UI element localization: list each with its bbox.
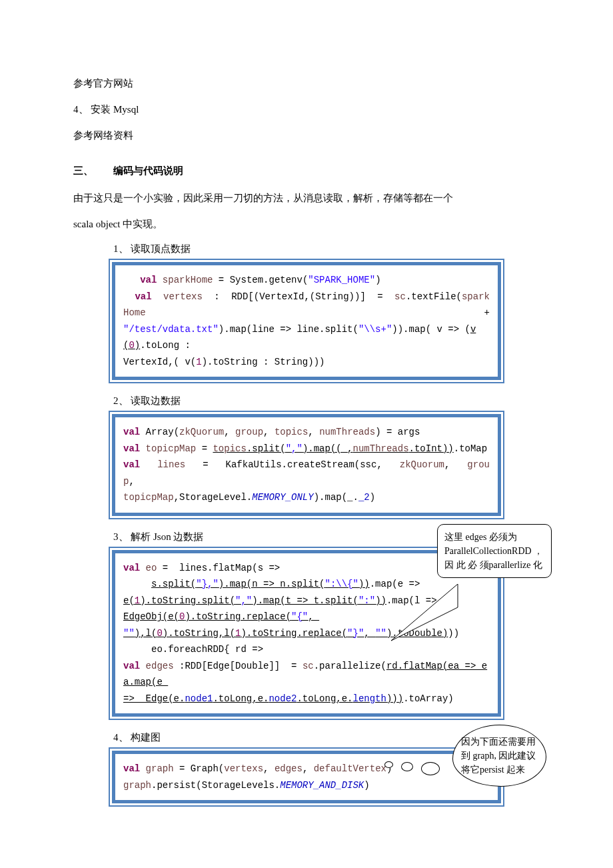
section-number: 三、: [73, 165, 113, 177]
code-block: val sparkHome = System.getenv("SPARK_HOM…: [112, 262, 501, 380]
svg-marker-0: [391, 584, 458, 641]
text-line: 参考官方网站: [73, 75, 540, 93]
numbered-item: 1、 读取顶点数据: [113, 243, 540, 255]
callout-text: 因为下面还需要用到 graph, 因此建议将它persist 起来: [461, 737, 536, 775]
paragraph: 由于这只是一个小实验，因此采用一刀切的方法，从消息读取，解析，存储等都在一个: [73, 189, 540, 207]
text-line: 参考网络资料: [73, 127, 540, 145]
code-block: val graph = Graph(vertexs, edges, defaul…: [112, 751, 501, 803]
section-title: 编码与代码说明: [113, 165, 183, 176]
page: 参考官方网站 4、 安装 Mysql 参考网络资料 三、编码与代码说明 由于这只…: [0, 0, 613, 858]
callout-rect: 这里 edges 必须为ParallelCollectionRDD ， 因 此 …: [437, 524, 552, 578]
paragraph: scala object 中实现。: [73, 215, 540, 233]
callout-cloud: 因为下面还需要用到 graph, 因此建议将它persist 起来: [452, 725, 546, 787]
callout-text: 这里 edges 必须为ParallelCollectionRDD ， 因 此 …: [444, 532, 543, 570]
code-block: val Array(zkQuorum, group, topics, numTh…: [112, 414, 501, 516]
numbered-item: 4、 安装 Mysql: [73, 101, 540, 119]
section-heading: 三、编码与代码说明: [73, 165, 540, 177]
callout-tail-icon: [388, 584, 461, 644]
numbered-item: 2、 读取边数据: [113, 395, 540, 407]
